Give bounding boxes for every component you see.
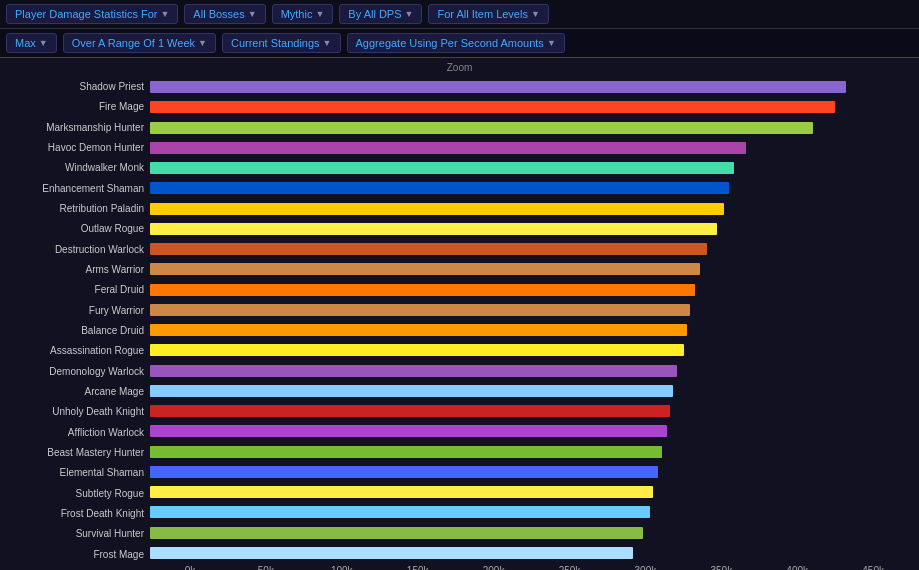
y-label: Fury Warrior	[0, 305, 144, 317]
nav-arrow-3: ▼	[405, 9, 414, 19]
subnav-range[interactable]: Over A Range Of 1 Week ▼	[63, 33, 216, 53]
bar-row	[150, 505, 911, 519]
bar-row	[150, 546, 911, 560]
bar-marksmanship-hunter	[150, 122, 813, 134]
y-label: Survival Hunter	[0, 528, 144, 540]
x-tick: 350k	[683, 565, 759, 570]
bar-windwalker-monk	[150, 162, 734, 174]
nav-arrow-2: ▼	[315, 9, 324, 19]
subnav-arrow-1: ▼	[198, 38, 207, 48]
bar-row	[150, 283, 911, 297]
sub-nav: Max ▼ Over A Range Of 1 Week ▼ Current S…	[0, 29, 919, 58]
y-label: Assassination Rogue	[0, 345, 144, 357]
zoom-label: Zoom	[0, 62, 919, 73]
y-label: Unholy Death Knight	[0, 406, 144, 418]
y-label: Shadow Priest	[0, 81, 144, 93]
bar-row	[150, 424, 911, 438]
y-label: Frost Death Knight	[0, 508, 144, 520]
bar-row	[150, 364, 911, 378]
x-tick: 100k	[304, 565, 380, 570]
bar-shadow-priest	[150, 81, 846, 93]
y-label: Frost Mage	[0, 549, 144, 561]
bar-row	[150, 141, 911, 155]
bar-retribution-paladin	[150, 203, 724, 215]
subnav-max[interactable]: Max ▼	[6, 33, 57, 53]
subnav-aggregate[interactable]: Aggregate Using Per Second Amounts ▼	[347, 33, 565, 53]
bar-row	[150, 303, 911, 317]
bar-elemental-shaman	[150, 466, 658, 478]
bar-row	[150, 262, 911, 276]
bar-row	[150, 343, 911, 357]
nav-by-all-dps[interactable]: By All DPS ▼	[339, 4, 422, 24]
x-tick: 50k	[228, 565, 304, 570]
bar-row	[150, 121, 911, 135]
bar-fury-warrior	[150, 304, 690, 316]
bar-feral-druid	[150, 284, 695, 296]
bar-arms-warrior	[150, 263, 700, 275]
y-label: Windwalker Monk	[0, 162, 144, 174]
bar-frost-mage	[150, 547, 633, 559]
x-tick: 250k	[532, 565, 608, 570]
bar-row	[150, 161, 911, 175]
nav-player-damage[interactable]: Player Damage Statistics For ▼	[6, 4, 178, 24]
bar-row	[150, 100, 911, 114]
y-label: Affliction Warlock	[0, 427, 144, 439]
bar-destruction-warlock	[150, 243, 707, 255]
bar-row	[150, 404, 911, 418]
y-label: Arms Warrior	[0, 264, 144, 276]
x-tick: 150k	[380, 565, 456, 570]
bar-row	[150, 242, 911, 256]
bar-outlaw-rogue	[150, 223, 717, 235]
y-label: Enhancement Shaman	[0, 183, 144, 195]
bar-enhancement-shaman	[150, 182, 729, 194]
nav-arrow-1: ▼	[248, 9, 257, 19]
y-label: Havoc Demon Hunter	[0, 142, 144, 154]
x-tick: 450k	[835, 565, 911, 570]
y-label: Elemental Shaman	[0, 467, 144, 479]
x-tick: 300k	[607, 565, 683, 570]
bar-assassination-rogue	[150, 344, 684, 356]
x-tick: 0k	[152, 565, 228, 570]
nav-arrow-0: ▼	[160, 9, 169, 19]
top-nav: Player Damage Statistics For ▼ All Bosse…	[0, 0, 919, 29]
bar-row	[150, 465, 911, 479]
y-label: Beast Mastery Hunter	[0, 447, 144, 459]
bars-area	[148, 75, 919, 565]
y-label: Retribution Paladin	[0, 203, 144, 215]
y-label: Destruction Warlock	[0, 244, 144, 256]
bar-fire-mage	[150, 101, 835, 113]
bar-row	[150, 181, 911, 195]
y-label: Balance Druid	[0, 325, 144, 337]
y-label: Feral Druid	[0, 284, 144, 296]
bar-row	[150, 202, 911, 216]
bar-row	[150, 485, 911, 499]
y-label: Demonology Warlock	[0, 366, 144, 378]
bar-demonology-warlock	[150, 365, 677, 377]
bar-havoc-demon-hunter	[150, 142, 746, 154]
y-labels: Shadow PriestFire MageMarksmanship Hunte…	[0, 75, 148, 565]
bar-row	[150, 323, 911, 337]
bar-row	[150, 80, 911, 94]
y-label: Marksmanship Hunter	[0, 122, 144, 134]
bar-balance-druid	[150, 324, 687, 336]
bar-unholy-death-knight	[150, 405, 670, 417]
subnav-arrow-2: ▼	[323, 38, 332, 48]
y-label: Subtlety Rogue	[0, 488, 144, 500]
x-tick: 400k	[759, 565, 835, 570]
nav-mythic[interactable]: Mythic ▼	[272, 4, 334, 24]
chart-area: Zoom Shadow PriestFire MageMarksmanship …	[0, 58, 919, 570]
nav-item-levels[interactable]: For All Item Levels ▼	[428, 4, 548, 24]
bar-row	[150, 526, 911, 540]
x-tick: 200k	[456, 565, 532, 570]
bar-row	[150, 384, 911, 398]
bar-arcane-mage	[150, 385, 673, 397]
subnav-standings[interactable]: Current Standings ▼	[222, 33, 341, 53]
nav-arrow-4: ▼	[531, 9, 540, 19]
nav-all-bosses[interactable]: All Bosses ▼	[184, 4, 265, 24]
y-label: Arcane Mage	[0, 386, 144, 398]
y-label: Outlaw Rogue	[0, 223, 144, 235]
bar-subtlety-rogue	[150, 486, 653, 498]
subnav-arrow-3: ▼	[547, 38, 556, 48]
bar-frost-death-knight	[150, 506, 650, 518]
subnav-arrow-0: ▼	[39, 38, 48, 48]
